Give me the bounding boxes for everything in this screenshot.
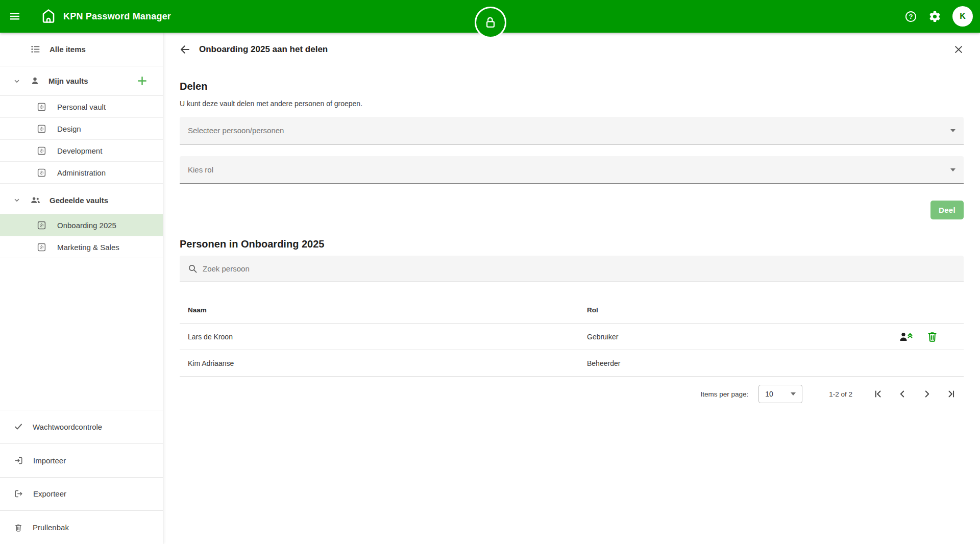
user-avatar[interactable]: K (952, 6, 973, 27)
vault-label: Marketing & Sales (57, 243, 119, 252)
role-select[interactable]: Kies rol (180, 156, 964, 184)
page-size-value: 10 (765, 390, 773, 398)
sidebar-vault-onboarding-2025[interactable]: Onboarding 2025 (0, 214, 163, 236)
vault-icon (37, 221, 46, 230)
vault-label: Design (57, 125, 81, 133)
items-per-page-label: Items per page: (700, 390, 748, 398)
dropdown-caret-icon (950, 129, 955, 132)
sidebar-group-mijn-vaults[interactable]: Mijn vaults (0, 66, 163, 96)
sidebar-item-importeer[interactable]: Importeer (0, 443, 163, 477)
search-placeholder: Zoek persoon (203, 264, 250, 273)
column-header-rol: Rol (587, 306, 964, 314)
list-icon (31, 44, 40, 54)
members-section-heading: Personen in Onboarding 2025 (180, 237, 324, 251)
vault-icon (37, 243, 46, 252)
share-button[interactable]: Deel (930, 201, 964, 219)
chevron-down-icon[interactable] (14, 78, 20, 84)
check-icon (14, 422, 23, 431)
page-range-label: 1-2 of 2 (829, 390, 852, 398)
sidebar-vault-personal-vault[interactable]: Personal vault (0, 96, 163, 118)
delete-user-icon[interactable] (925, 330, 939, 343)
table-row: Kim Adriaanse Beheerder (180, 350, 964, 377)
member-role: Gebruiker (587, 333, 618, 341)
trash-icon (14, 523, 23, 532)
app-root: KPN Password Manager ? K (0, 0, 980, 544)
sidebar-item-prullenbak[interactable]: Prullenbak (0, 510, 163, 544)
group-label: Gedeelde vaults (50, 196, 108, 205)
vault-icon (37, 146, 46, 155)
sidebar-tools: Wachtwoordcontrole Importeer Exporteer (0, 410, 163, 544)
help-icon[interactable]: ? (904, 10, 917, 23)
dropdown-caret-icon (791, 392, 796, 395)
sidebar-vault-design[interactable]: Design (0, 118, 163, 140)
chevron-down-icon[interactable] (14, 197, 20, 203)
member-name: Kim Adriaanse (180, 359, 587, 367)
sidebar-vault-administration[interactable]: Administration (0, 162, 163, 184)
vault-unlocked-badge[interactable] (475, 7, 506, 38)
add-vault-button[interactable] (135, 75, 149, 88)
tool-label: Exporteer (33, 489, 66, 498)
role-select-placeholder: Kies rol (188, 165, 213, 174)
share-section-description: U kunt deze vault delen met andere perso… (180, 100, 362, 108)
last-page-button[interactable] (939, 382, 964, 406)
person-icon (31, 77, 39, 85)
first-page-button[interactable] (866, 382, 890, 406)
sidebar-vault-development[interactable]: Development (0, 140, 163, 162)
back-button[interactable] (174, 38, 196, 61)
row-actions (899, 330, 964, 343)
group-label: Mijn vaults (48, 77, 88, 85)
sidebar-item-alle-items[interactable]: Alle items (0, 33, 163, 66)
import-icon (14, 456, 23, 465)
member-role: Beheerder (587, 359, 620, 367)
promote-user-icon[interactable] (899, 330, 914, 343)
share-dialog-header: Onboarding 2025 aan het delen (163, 33, 980, 66)
app-title: KPN Password Manager (63, 11, 171, 22)
page-size-select[interactable]: 10 (758, 385, 802, 403)
menu-hamburger-icon[interactable] (8, 10, 21, 23)
main-panel: Onboarding 2025 aan het delen Delen U ku… (163, 33, 980, 544)
tool-label: Prullenbak (33, 523, 69, 532)
tool-label: Wachtwoordcontrole (33, 423, 102, 431)
tool-label: Importeer (33, 456, 66, 465)
member-name: Lars de Kroon (180, 333, 587, 341)
sidebar-group-gedeelde-vaults[interactable]: Gedeelde vaults (0, 186, 163, 214)
table-header-row: Naam Rol (180, 297, 964, 324)
sidebar-item-label: Alle items (50, 45, 86, 54)
page-title: Onboarding 2025 aan het delen (199, 44, 328, 55)
vault-icon (37, 168, 46, 177)
members-table: Naam Rol Lars de Kroon Gebruiker (180, 297, 964, 377)
vault-icon (37, 103, 46, 111)
dropdown-caret-icon (950, 168, 955, 171)
vault-label: Personal vault (57, 103, 106, 111)
sidebar-item-exporteer[interactable]: Exporteer (0, 477, 163, 511)
vault-icon (37, 125, 46, 133)
topbar-actions: ? K (904, 6, 973, 27)
svg-text:?: ? (909, 12, 913, 20)
vault-label: Development (57, 146, 102, 155)
vault-label: Administration (57, 168, 106, 177)
column-header-naam: Naam (180, 306, 587, 314)
avatar-initial: K (960, 12, 966, 21)
person-select[interactable]: Selecteer persoon/personen (180, 117, 964, 144)
settings-gear-icon[interactable] (928, 10, 941, 23)
table-row: Lars de Kroon Gebruiker (180, 324, 964, 350)
sidebar: Alle items Mijn vaults Personal vault De… (0, 33, 163, 544)
vault-label: Onboarding 2025 (57, 221, 116, 230)
sidebar-vault-marketing-sales[interactable]: Marketing & Sales (0, 236, 163, 258)
home-icon[interactable] (41, 8, 56, 25)
next-page-button[interactable] (915, 382, 939, 406)
search-icon (188, 264, 198, 274)
lock-open-icon (482, 14, 499, 31)
close-icon[interactable] (947, 38, 970, 61)
sidebar-item-wachtwoordcontrole[interactable]: Wachtwoordcontrole (0, 410, 163, 443)
people-icon (31, 196, 40, 204)
previous-page-button[interactable] (890, 382, 915, 406)
person-select-placeholder: Selecteer persoon/personen (188, 126, 284, 135)
paginator: Items per page: 10 1-2 of 2 (700, 382, 964, 406)
share-section-heading: Delen (180, 79, 207, 93)
export-icon (14, 489, 23, 499)
search-person-input[interactable]: Zoek persoon (180, 256, 964, 282)
